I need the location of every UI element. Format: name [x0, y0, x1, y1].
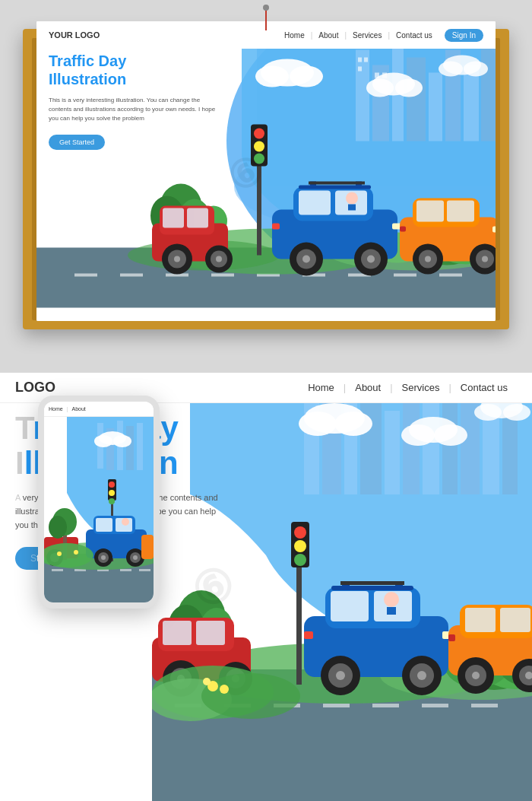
- svg-rect-181: [196, 621, 225, 645]
- svg-rect-11: [358, 58, 362, 62]
- nail: [263, 5, 269, 11]
- svg-rect-216: [96, 518, 112, 532]
- svg-rect-93: [187, 208, 208, 228]
- svg-point-213: [109, 498, 115, 504]
- svg-rect-225: [141, 535, 154, 559]
- bottom-section: LOGO Home | About | Services | Contact u…: [0, 373, 532, 801]
- nav-home[interactable]: Home: [278, 31, 311, 40]
- svg-rect-3: [356, 50, 369, 141]
- svg-rect-125: [372, 704, 399, 707]
- svg-rect-110: [502, 411, 518, 494]
- logo: YOUR LOGO: [49, 30, 100, 40]
- svg-rect-33: [394, 274, 416, 277]
- svg-point-234: [57, 551, 62, 556]
- svg-point-158: [336, 671, 345, 680]
- svg-rect-7: [429, 73, 442, 141]
- svg-point-23: [439, 62, 463, 77]
- svg-point-113: [334, 412, 372, 436]
- svg-point-18: [290, 66, 323, 87]
- bottom-nav-about[interactable]: About: [346, 382, 390, 393]
- hero-left: Traffic Day Illustration This is a very …: [49, 52, 216, 150]
- hero-description: This is a very interesting illustration.…: [49, 96, 216, 123]
- svg-point-21: [395, 79, 423, 97]
- svg-rect-127: [471, 704, 498, 707]
- svg-point-221: [101, 555, 106, 560]
- svg-rect-62: [299, 191, 331, 215]
- svg-point-218: [122, 518, 129, 526]
- bottom-nav-home[interactable]: Home: [299, 382, 344, 393]
- svg-point-211: [109, 482, 115, 488]
- website-mockup-top: YOUR LOGO Home | About | Services | Cont…: [36, 21, 496, 321]
- svg-rect-171: [448, 634, 455, 641]
- svg-point-118: [474, 404, 502, 421]
- svg-rect-168: [465, 608, 496, 632]
- svg-point-96: [174, 256, 180, 262]
- svg-point-233: [74, 550, 78, 555]
- svg-point-119: [503, 404, 530, 421]
- phone-inner: Home | About: [44, 402, 154, 602]
- svg-point-201: [113, 435, 131, 447]
- sign-in-button[interactable]: Sign In: [445, 29, 483, 42]
- nav-about[interactable]: About: [312, 31, 344, 40]
- svg-point-64: [346, 192, 358, 205]
- bottom-logo: LOGO: [15, 380, 55, 396]
- svg-point-86: [425, 256, 431, 262]
- phone-nav-sep: |: [67, 406, 68, 412]
- svg-rect-150: [331, 591, 369, 621]
- svg-rect-126: [422, 704, 448, 707]
- svg-rect-106: [423, 403, 439, 494]
- svg-point-24: [464, 62, 488, 77]
- svg-rect-26: [74, 274, 97, 277]
- svg-rect-180: [163, 621, 192, 645]
- svg-rect-12: [364, 58, 368, 62]
- svg-rect-155: [304, 631, 313, 639]
- svg-rect-124: [323, 704, 350, 707]
- nav-services[interactable]: Services: [347, 31, 388, 40]
- wire: [265, 8, 267, 30]
- svg-rect-29: [211, 274, 234, 277]
- svg-rect-80: [416, 201, 444, 222]
- svg-rect-153: [387, 607, 396, 615]
- svg-point-59: [254, 154, 264, 164]
- svg-point-145: [294, 526, 306, 539]
- svg-rect-6: [407, 58, 426, 141]
- svg-point-212: [109, 490, 115, 496]
- phone-nav-about[interactable]: About: [72, 406, 86, 412]
- svg-rect-92: [163, 208, 184, 228]
- svg-rect-198: [137, 423, 143, 470]
- svg-rect-207: [139, 569, 150, 571]
- svg-point-99: [216, 256, 222, 262]
- svg-point-193: [220, 685, 229, 694]
- svg-rect-13: [358, 67, 362, 72]
- svg-point-115: [401, 424, 435, 446]
- bottom-nav-links: Home | About | Services | Contact us: [299, 382, 517, 393]
- svg-point-224: [133, 555, 138, 560]
- svg-point-146: [294, 540, 306, 552]
- phone-nav-home[interactable]: Home: [49, 406, 63, 412]
- svg-rect-100: [304, 388, 319, 494]
- svg-point-89: [482, 256, 488, 262]
- svg-rect-27: [120, 274, 143, 277]
- svg-point-20: [366, 79, 394, 97]
- nav-contact[interactable]: Contact us: [390, 31, 439, 40]
- svg-rect-65: [348, 205, 356, 211]
- svg-point-147: [294, 554, 306, 566]
- svg-point-161: [417, 671, 426, 680]
- svg-rect-34: [439, 274, 462, 277]
- svg-rect-206: [120, 569, 131, 571]
- svg-point-17: [255, 66, 289, 87]
- bottom-nav-contact[interactable]: Contact us: [451, 382, 517, 393]
- svg-rect-67: [272, 224, 280, 230]
- svg-point-112: [299, 412, 337, 436]
- svg-rect-77: [309, 182, 365, 185]
- bottom-nav-services[interactable]: Services: [393, 382, 449, 393]
- svg-rect-203: [52, 569, 63, 571]
- svg-rect-104: [385, 411, 400, 494]
- get-started-button[interactable]: Get Started: [49, 135, 105, 150]
- svg-rect-197: [126, 426, 134, 470]
- svg-point-70: [302, 256, 310, 263]
- svg-rect-10: [481, 43, 496, 141]
- svg-point-200: [94, 435, 112, 447]
- svg-rect-82: [492, 227, 496, 233]
- svg-point-58: [254, 141, 264, 152]
